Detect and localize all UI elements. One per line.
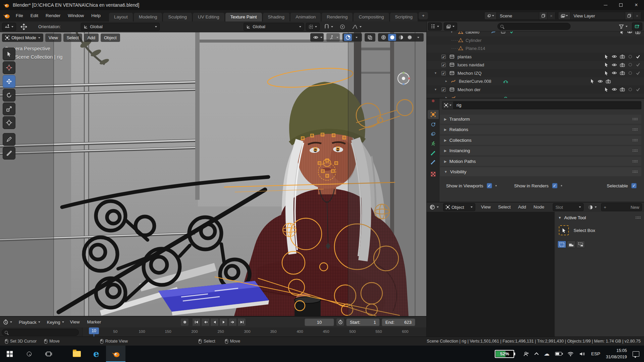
jump-to-start-button[interactable]: [192, 318, 201, 326]
use-preview-range-button[interactable]: [336, 318, 344, 326]
outliner-row-partial[interactable]: ▸: [427, 94, 644, 98]
collection-checkbox[interactable]: ✓: [441, 71, 446, 75]
shading-material-button[interactable]: [397, 34, 405, 41]
outliner-row-mechon-izq[interactable]: ▾ ✓ Mechon IZQ: [427, 69, 644, 77]
shader-menu-view[interactable]: View: [477, 203, 494, 211]
playhead[interactable]: 10: [89, 327, 99, 334]
panel-collections[interactable]: ▶Collections: [440, 136, 641, 145]
task-view-button[interactable]: [39, 346, 58, 362]
display-mode-dropdown[interactable]: [444, 22, 457, 31]
panel-grip[interactable]: [632, 139, 638, 142]
holdout-icon[interactable]: [628, 71, 633, 75]
cursor-tool-button[interactable]: [3, 61, 15, 74]
timeline-menu-marker[interactable]: Marker: [84, 318, 105, 326]
menu-help[interactable]: Help: [88, 12, 104, 20]
gizmo-dropdown[interactable]: [326, 33, 340, 42]
tab-object-properties[interactable]: [428, 110, 439, 119]
active-tool-panel-header[interactable]: ▼ Active Tool: [555, 213, 644, 222]
previous-keyframe-button[interactable]: [201, 318, 210, 326]
outliner-row-luces-navidad[interactable]: ✓ luces navidad: [427, 61, 644, 69]
play-button[interactable]: [219, 318, 228, 326]
mode-dropdown[interactable]: Object Mode: [2, 34, 43, 42]
tab-shading[interactable]: Shading: [263, 13, 290, 21]
jump-to-end-button[interactable]: [237, 318, 246, 326]
select-mode-extend-button[interactable]: [567, 241, 576, 248]
snap-magnet-icon[interactable]: [322, 23, 335, 31]
maximize-button[interactable]: [613, 0, 629, 10]
minimize-button[interactable]: [598, 0, 613, 10]
shading-wireframe-button[interactable]: [379, 34, 387, 41]
shader-menu-select[interactable]: Select: [494, 203, 515, 211]
hide-viewport-icon[interactable]: [598, 79, 603, 83]
snap-dropdown[interactable]: Global: [244, 23, 304, 31]
shader-menu-add[interactable]: Add: [515, 203, 530, 211]
scene-icon[interactable]: [485, 12, 497, 19]
measure-tool-button[interactable]: [3, 147, 15, 160]
taskbar-search-button[interactable]: [19, 346, 39, 362]
object-visibility-dropdown[interactable]: [310, 33, 324, 42]
tab-texture-paint[interactable]: Texture Paint: [225, 13, 262, 21]
select-mode-set-button[interactable]: [557, 241, 566, 248]
tab-modeling[interactable]: Modeling: [134, 13, 162, 21]
tray-expand-icon[interactable]: [535, 352, 539, 357]
panel-grip[interactable]: [632, 149, 638, 152]
menu-render[interactable]: Render: [42, 12, 64, 20]
start-button[interactable]: [0, 346, 19, 362]
current-frame-field[interactable]: 10: [305, 318, 334, 326]
tab-rendering[interactable]: Rendering: [322, 13, 353, 21]
menu-edit[interactable]: Edit: [27, 12, 42, 20]
panel-relations[interactable]: ▶Relations: [440, 125, 641, 134]
collection-checkbox[interactable]: ✓: [441, 55, 446, 59]
hide-viewport-icon[interactable]: [612, 71, 617, 75]
shader-mode-dropdown[interactable]: Object: [443, 203, 475, 211]
indirect-only-icon[interactable]: [636, 55, 640, 59]
outliner-row-plane014[interactable]: Plane.014: [427, 45, 644, 53]
view-layer-icon[interactable]: [558, 12, 571, 19]
panel-grip[interactable]: [635, 216, 641, 219]
tab-layout[interactable]: Layout: [109, 13, 133, 21]
panel-motion-paths[interactable]: ▶Motion Paths: [440, 157, 641, 166]
onedrive-icon[interactable]: ☁: [544, 350, 549, 357]
show-in-viewports-checkbox[interactable]: ✓: [487, 183, 492, 188]
collection-checkbox[interactable]: ✓: [441, 87, 446, 92]
overlays-dropdown[interactable]: [353, 34, 361, 41]
selectable-checkbox[interactable]: ✓: [631, 183, 637, 188]
proportional-editing-icon[interactable]: [337, 23, 347, 31]
shader-menu-node[interactable]: Node: [530, 203, 548, 211]
scale-tool-button[interactable]: [3, 103, 15, 115]
object-name-field[interactable]: rig: [453, 101, 641, 109]
rotate-tool-button[interactable]: [3, 89, 15, 102]
viewport-menu-view[interactable]: View: [45, 34, 61, 42]
view-layer-selector[interactable]: View Layer ×: [558, 12, 641, 20]
menu-window[interactable]: Window: [64, 12, 88, 20]
navigation-gizmo[interactable]: [396, 71, 411, 86]
battery-icon[interactable]: [555, 352, 562, 356]
tab-sculpting[interactable]: Sculpting: [163, 13, 192, 21]
hide-render-icon[interactable]: [620, 71, 625, 75]
menu-file[interactable]: File: [12, 12, 27, 20]
hide-render-icon[interactable]: [620, 63, 625, 67]
collection-checkbox[interactable]: ✓: [441, 63, 446, 67]
view-layer-copy-button[interactable]: [625, 12, 633, 19]
hide-render-icon[interactable]: [606, 79, 611, 83]
selectable-icon[interactable]: [604, 71, 609, 75]
viewport-3d[interactable]: Object Mode View Select Add Object: [0, 32, 426, 316]
panel-transform[interactable]: ▶Transform: [440, 115, 641, 124]
battery-percent-widget[interactable]: 52%: [495, 350, 514, 358]
scene-selector[interactable]: Scene ×: [484, 12, 555, 20]
editor-type-dropdown[interactable]: [1, 318, 14, 326]
playback-dropdown[interactable]: Playback: [16, 318, 43, 326]
new-collection-button[interactable]: [632, 22, 642, 31]
tab-compositing[interactable]: Compositing: [354, 13, 389, 21]
panel-visibility[interactable]: ▼Visibility: [440, 167, 641, 176]
shading-rendered-button[interactable]: [406, 34, 414, 41]
panel-grip[interactable]: [632, 118, 638, 121]
channel-search-input[interactable]: [2, 329, 79, 336]
hide-viewport-icon[interactable]: [612, 87, 617, 92]
panel-instancing[interactable]: ▶Instancing: [440, 146, 641, 155]
tab-physics-properties[interactable]: [428, 120, 439, 129]
show-in-renders-checkbox[interactable]: ✓: [552, 183, 557, 188]
blender-taskbar-button[interactable]: [106, 346, 125, 362]
select-tool-button[interactable]: [3, 48, 15, 60]
holdout-icon[interactable]: [628, 87, 633, 92]
